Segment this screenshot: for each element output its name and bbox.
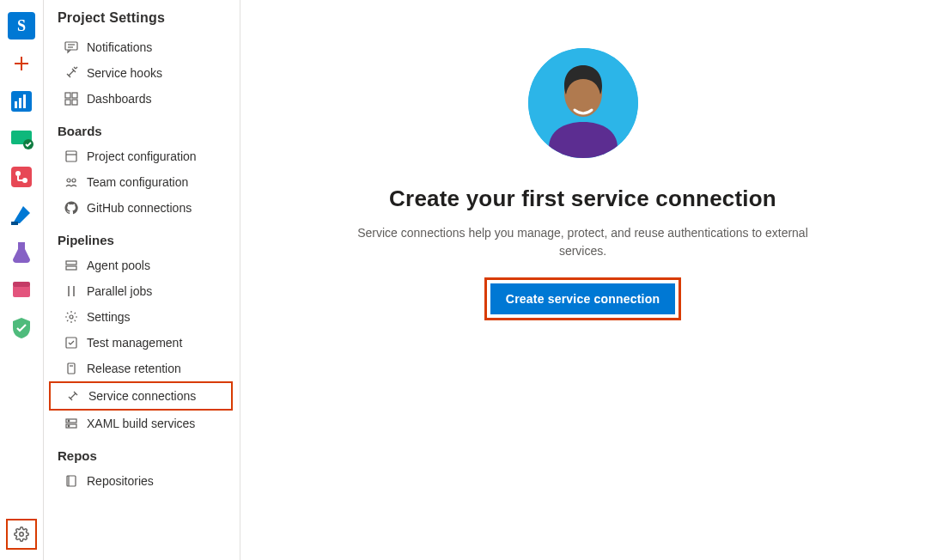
svg-rect-35 — [66, 338, 76, 348]
main-content: Create your first service connection Ser… — [240, 0, 925, 560]
rail-testplans-icon[interactable] — [8, 239, 35, 266]
sidebar-item-parallel-jobs[interactable]: Parallel jobs — [44, 278, 240, 304]
svg-point-11 — [15, 171, 21, 176]
xaml-icon — [64, 417, 78, 430]
sidebar-item-repositories[interactable]: Repositories — [44, 468, 240, 494]
svg-rect-13 — [11, 222, 18, 225]
nav-label: Service connections — [88, 389, 196, 403]
sidebar-item-github-connections[interactable]: GitHub connections — [44, 195, 240, 221]
svg-rect-15 — [13, 282, 30, 287]
nav-label: XAML build services — [87, 417, 195, 430]
svg-rect-31 — [66, 266, 76, 270]
sidebar-item-settings[interactable]: Settings — [44, 304, 240, 330]
sidebar-item-agent-pools[interactable]: Agent pools — [44, 253, 240, 278]
repo-icon — [64, 474, 78, 488]
nav-label: Service hooks — [87, 66, 162, 80]
svg-text:S: S — [17, 17, 26, 34]
svg-rect-24 — [65, 100, 70, 105]
nav-label: Settings — [87, 310, 131, 324]
settings-sidebar: Project Settings Notifications Service h… — [43, 0, 240, 560]
sidebar-item-service-connections-highlight: Service connections — [49, 381, 233, 411]
nav-label: GitHub connections — [87, 201, 192, 215]
svg-rect-26 — [66, 151, 76, 161]
nav-label: Parallel jobs — [87, 284, 152, 298]
rail-compliance-icon[interactable] — [8, 314, 35, 342]
hero-subtitle: Service connections help you manage, pro… — [343, 224, 824, 260]
dashboard-icon — [64, 92, 78, 106]
nav-label: Notifications — [87, 40, 152, 54]
svg-rect-7 — [23, 94, 26, 108]
svg-line-21 — [76, 67, 77, 69]
rail-add-icon[interactable] — [8, 50, 35, 77]
nav-label: Test management — [87, 336, 182, 350]
project-icon — [64, 149, 78, 163]
team-icon — [64, 175, 78, 189]
svg-rect-6 — [19, 98, 21, 108]
svg-point-40 — [68, 420, 70, 422]
svg-point-29 — [72, 179, 76, 182]
svg-rect-36 — [68, 363, 75, 374]
svg-rect-17 — [65, 42, 77, 50]
section-heading-repos: Repos — [44, 436, 240, 468]
sidebar-item-service-connections[interactable]: Service connections — [51, 383, 231, 409]
sidebar-item-project-configuration[interactable]: Project configuration — [44, 143, 240, 169]
svg-point-41 — [68, 425, 70, 427]
nav-label: Repositories — [87, 474, 154, 488]
svg-rect-25 — [72, 100, 77, 105]
create-service-connection-button[interactable]: Create service connection — [490, 283, 675, 314]
github-icon — [64, 201, 78, 215]
left-rail: S — [0, 0, 43, 560]
parallel-icon — [64, 284, 78, 298]
sidebar-item-release-retention[interactable]: Release retention — [44, 356, 240, 381]
rail-repos-icon[interactable] — [8, 163, 35, 191]
sidebar-item-xaml-build-services[interactable]: XAML build services — [44, 411, 240, 436]
avatar-illustration — [528, 48, 638, 158]
svg-point-34 — [70, 315, 73, 319]
section-heading-pipelines: Pipelines — [44, 221, 240, 253]
cta-highlight: Create service connection — [484, 277, 681, 320]
pool-icon — [64, 259, 78, 272]
plug-icon — [64, 66, 78, 80]
rail-boards-icon[interactable] — [8, 125, 35, 153]
nav-label: Release retention — [87, 362, 181, 375]
svg-point-28 — [67, 179, 70, 182]
svg-rect-23 — [72, 93, 77, 98]
nav-label: Team configuration — [87, 175, 188, 189]
sidebar-item-dashboards[interactable]: Dashboards — [44, 86, 240, 112]
section-heading-boards: Boards — [44, 112, 240, 143]
nav-label: Dashboards — [87, 92, 152, 106]
sidebar-item-team-configuration[interactable]: Team configuration — [44, 169, 240, 195]
svg-rect-10 — [11, 167, 32, 187]
svg-rect-22 — [65, 93, 70, 98]
sidebar-item-notifications[interactable]: Notifications — [44, 34, 240, 60]
svg-rect-14 — [13, 285, 30, 297]
plug-icon — [66, 389, 80, 403]
rail-overview-icon[interactable] — [8, 88, 35, 115]
nav-label: Agent pools — [87, 259, 150, 272]
sidebar-title: Project Settings — [44, 7, 240, 34]
rail-artifacts-icon[interactable] — [8, 277, 35, 304]
test-icon — [64, 336, 78, 350]
svg-rect-30 — [66, 261, 76, 265]
rail-project-icon[interactable]: S — [8, 12, 35, 40]
nav-label: Project configuration — [87, 149, 197, 163]
hero-title: Create your first service connection — [343, 186, 824, 212]
project-settings-gear-icon[interactable] — [6, 519, 37, 550]
svg-point-12 — [22, 178, 27, 183]
svg-rect-5 — [15, 101, 17, 108]
svg-point-16 — [20, 533, 24, 537]
sidebar-item-service-hooks[interactable]: Service hooks — [44, 60, 240, 86]
rail-pipelines-icon[interactable] — [8, 201, 35, 228]
sidebar-item-test-management[interactable]: Test management — [44, 330, 240, 356]
chat-icon — [64, 40, 78, 54]
retention-icon — [64, 362, 78, 375]
gear-icon — [64, 310, 78, 324]
